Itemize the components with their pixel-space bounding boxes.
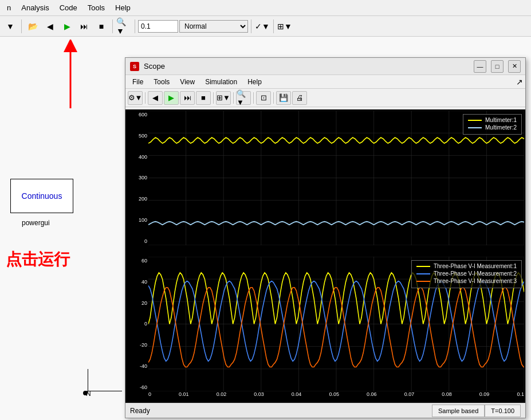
legend-line-4 [416, 273, 430, 274]
step-btn[interactable]: ⏭ [76, 18, 92, 34]
scope-menu-tools[interactable]: Tools [149, 77, 174, 87]
scope-window: S Scope — □ ✕ File Tools View Simulation… [125, 57, 526, 418]
scope-input-btn[interactable]: ⊞▼ [216, 91, 231, 105]
scope-titlebar: S Scope — □ ✕ [125, 58, 525, 75]
scope-print-btn[interactable]: 🖨 [292, 91, 307, 105]
y-label-m40: -40 [128, 363, 147, 369]
legend-item-1: Multimeter:1 [468, 117, 517, 123]
click-run-annotation: 点击运行 [6, 249, 70, 270]
scope-autoscale-btn[interactable]: ⊡ [256, 91, 271, 105]
x-label-006: 0.06 [367, 391, 377, 402]
back-btn[interactable]: ◀ [42, 18, 58, 34]
y-label-600: 600 [128, 112, 147, 117]
x-label-004: 0.04 [292, 391, 302, 402]
minimize-button[interactable]: — [474, 60, 486, 73]
new-btn[interactable]: ▼ [2, 18, 18, 34]
scope-save-btn[interactable]: 💾 [276, 91, 291, 105]
y-axis-bottom: 60 40 20 0 -20 -40 -60 [127, 257, 148, 391]
mode-select[interactable]: Normal [179, 20, 248, 33]
y-label-20: 20 [128, 300, 147, 306]
scope-menu-simulation[interactable]: Simulation [200, 77, 242, 87]
grid-btn[interactable]: ⊞▼ [277, 18, 293, 34]
y-label-0: 0 [128, 238, 147, 244]
zoom-btn[interactable]: 🔍▼ [116, 18, 132, 34]
scope-run-btn[interactable]: ▶ [164, 91, 179, 105]
scope-title: Scope [144, 62, 469, 70]
legend-item-4: Three-Phase V-I Measurement:2 [416, 270, 517, 277]
run-btn[interactable]: ▶ [59, 18, 75, 34]
y-label-200: 200 [128, 196, 147, 202]
x-label-008: 0.08 [442, 391, 452, 402]
status-right: Sample based T=0.100 [432, 405, 521, 417]
maximize-button[interactable]: □ [491, 60, 504, 73]
simulink-toolbar: ▼ 📂 ◀ ▶ ⏭ ■ 🔍▼ Normal ✓▼ ⊞▼ [0, 16, 531, 37]
legend-item-3: Three-Phase V-I Measurement:1 [416, 263, 517, 269]
legend-label-2: Multimeter:2 [485, 124, 517, 131]
sep1 [21, 19, 22, 33]
tb-sep2 [213, 92, 214, 104]
wire-node [83, 391, 88, 395]
y-label-z0: 0 [128, 321, 147, 327]
x-label-007: 0.07 [404, 391, 415, 402]
x-label-002: 0.02 [217, 391, 227, 402]
y-label-100: 100 [128, 217, 147, 223]
legend-line-2 [468, 127, 482, 128]
check-btn[interactable]: ✓▼ [254, 18, 270, 34]
scope-zoom-btn[interactable]: 🔍▼ [236, 91, 251, 105]
sep2 [112, 19, 113, 33]
open-btn[interactable]: 📂 [25, 18, 41, 34]
continuous-label: Continuous [22, 191, 62, 201]
menu-tools[interactable]: Tools [83, 2, 109, 13]
plots-container: 600 500 400 300 200 100 0 [125, 109, 525, 403]
legend-item-2: Multimeter:2 [468, 124, 517, 131]
wire-h1 [88, 391, 122, 391]
tb-sep5 [273, 92, 274, 104]
continuous-block[interactable]: Continuous [10, 179, 73, 213]
scope-undock-btn[interactable]: ↗ [516, 77, 523, 87]
legend-label-5: Three-Phase V-I Measurement:3 [434, 278, 517, 284]
y-label-40: 40 [128, 279, 147, 285]
menu-analysis[interactable]: Analysis [17, 2, 53, 13]
scope-stop-btn[interactable]: ■ [196, 91, 211, 105]
y-label-m20: -20 [128, 342, 147, 348]
x-label-005: 0.05 [329, 391, 339, 402]
tb-sep4 [253, 92, 254, 104]
close-button[interactable]: ✕ [508, 60, 521, 73]
x-label-0: 0 [148, 391, 151, 402]
powergui-label: powergui [22, 219, 50, 227]
legend-item-5: Three-Phase V-I Measurement:3 [416, 278, 517, 284]
scope-back-btn[interactable]: ◀ [148, 91, 163, 105]
bottom-plot-legend: Three-Phase V-I Measurement:1 Three-Phas… [411, 260, 522, 288]
stop-btn[interactable]: ■ [93, 18, 109, 34]
scope-menu-help[interactable]: Help [243, 77, 266, 87]
legend-label-4: Three-Phase V-I Measurement:2 [434, 270, 517, 277]
scope-step-btn[interactable]: ⏭ [180, 91, 195, 105]
menu-help[interactable]: Help [111, 2, 135, 13]
scope-menu-view[interactable]: View [175, 77, 199, 87]
y-label-500: 500 [128, 133, 147, 139]
scope-settings-btn[interactable]: ⚙▼ [128, 91, 143, 105]
scope-toolbar: ⚙▼ ◀ ▶ ⏭ ■ ⊞▼ 🔍▼ ⊡ 💾 🖨 [125, 89, 525, 107]
y-label-300: 300 [128, 175, 147, 180]
sample-based-status: Sample based [432, 405, 485, 417]
tb-sep1 [145, 92, 145, 104]
scope-icon: S [130, 62, 139, 71]
x-axis-bottom: 0 0.01 0.02 0.03 0.04 0.05 0.06 0.07 0.0… [148, 391, 524, 402]
menu-n[interactable]: n [2, 2, 15, 13]
legend-line-5 [416, 281, 430, 282]
top-plot-legend: Multimeter:1 Multimeter:2 [463, 114, 522, 135]
scope-statusbar: Ready Sample based T=0.100 [125, 403, 525, 418]
x-label-009: 0.09 [479, 391, 490, 402]
y-axis-top: 600 500 400 300 200 100 0 [127, 111, 148, 245]
sep3 [135, 19, 135, 33]
top-plot: 600 500 400 300 200 100 0 [127, 111, 524, 256]
time-input[interactable] [138, 20, 178, 33]
tb-sep3 [233, 92, 234, 104]
scope-menu-file[interactable]: File [128, 77, 148, 87]
menu-code[interactable]: Code [55, 2, 82, 13]
x-label-01: 0.1 [517, 391, 524, 402]
y-label-m60: -60 [128, 384, 147, 390]
y-label-400: 400 [128, 154, 147, 160]
legend-line-3 [416, 266, 430, 267]
x-label-003: 0.03 [254, 391, 264, 402]
